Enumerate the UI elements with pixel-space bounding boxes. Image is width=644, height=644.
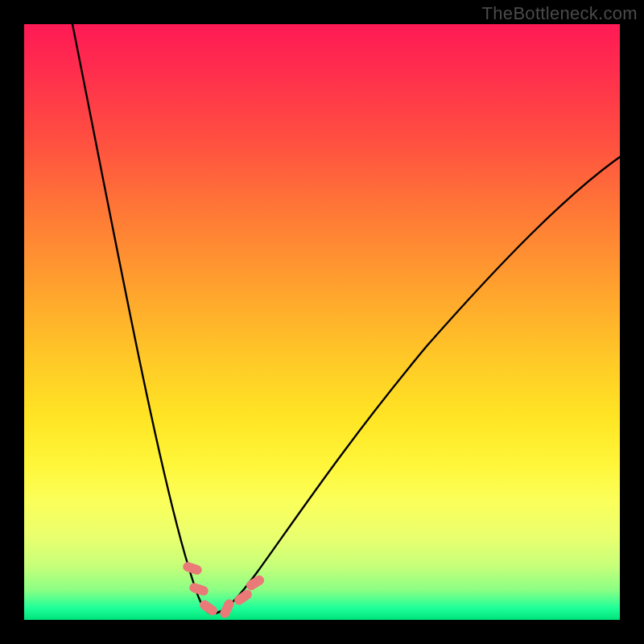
bottleneck-curve-svg xyxy=(24,24,620,620)
marker-pill-1 xyxy=(182,561,204,576)
watermark-text: TheBottleneck.com xyxy=(482,3,638,24)
marker-group xyxy=(182,561,266,620)
marker-pill-2 xyxy=(188,582,210,597)
bottleneck-curve-path xyxy=(72,24,620,613)
